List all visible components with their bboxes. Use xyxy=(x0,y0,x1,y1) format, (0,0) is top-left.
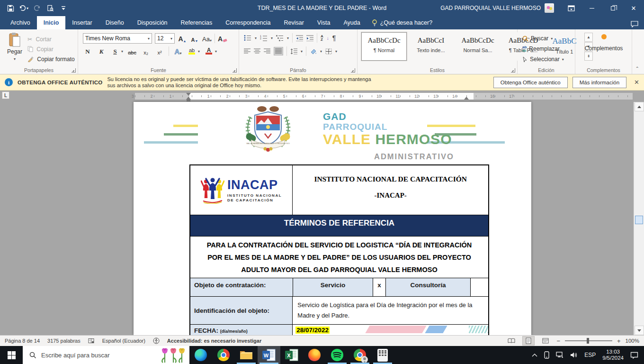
word-count[interactable]: 3175 palabras xyxy=(47,338,80,344)
borders-button[interactable] xyxy=(325,48,332,55)
zoom-slider-thumb[interactable] xyxy=(587,338,589,344)
text-effects-button[interactable]: A▾ xyxy=(173,46,183,56)
styles-dialog-launcher-icon[interactable] xyxy=(511,68,515,73)
taskbar-file-explorer[interactable] xyxy=(235,346,258,364)
caret-down-icon[interactable]: ▾ xyxy=(335,49,337,54)
sort-button[interactable]: AZ xyxy=(321,35,323,41)
tab-vista[interactable]: Vista xyxy=(311,16,337,29)
style-texto-independiente[interactable]: AaBbCcITexto inde... xyxy=(408,32,454,61)
collapse-ribbon-icon[interactable]: ⌃ xyxy=(635,66,639,71)
subscript-button[interactable]: x₂ xyxy=(141,46,151,56)
zoom-out-button[interactable]: − xyxy=(556,337,560,345)
shrink-font-button[interactable]: A▼ xyxy=(190,34,199,43)
align-center-button[interactable] xyxy=(254,48,260,54)
tell-me-box[interactable]: ¿Qué desea hacer? xyxy=(367,16,438,29)
volume-icon[interactable] xyxy=(570,352,578,358)
print-preview-icon[interactable] xyxy=(45,2,56,14)
bold-button[interactable]: N xyxy=(83,46,92,56)
increase-indent-button[interactable] xyxy=(306,35,313,41)
taskbar-chrome-profile[interactable] xyxy=(349,346,371,364)
first-line-indent-marker[interactable] xyxy=(186,93,191,96)
tab-correspondencia[interactable]: Correspondencia xyxy=(219,16,277,29)
tab-ayuda[interactable]: Ayuda xyxy=(337,16,367,29)
addins-button[interactable]: Complementos xyxy=(575,34,632,52)
right-indent-marker[interactable] xyxy=(464,97,469,100)
caret-down-icon[interactable]: ▾ xyxy=(121,49,123,54)
horizontal-ruler[interactable]: 3 2 1 1 2 3 4 5 6 7 8 9 10 11 12 13 14 1… xyxy=(135,93,633,100)
tab-revisar[interactable]: Revisar xyxy=(277,16,310,29)
tab-archivo[interactable]: Archivo xyxy=(4,16,37,29)
print-layout-icon[interactable] xyxy=(522,336,535,346)
zoom-percentage[interactable]: 100% xyxy=(626,338,639,344)
caret-down-icon[interactable]: ▾ xyxy=(271,36,273,40)
scroll-up-icon[interactable] xyxy=(635,102,644,111)
bullet-list-button[interactable] xyxy=(244,35,251,41)
italic-button[interactable]: K xyxy=(97,46,106,56)
taskbar-search-box[interactable]: Escribe aquí para buscar xyxy=(23,346,189,364)
taskbar-edge[interactable] xyxy=(189,346,212,364)
caret-down-icon[interactable]: ▾ xyxy=(320,49,322,54)
taskbar-word[interactable]: W xyxy=(258,346,280,364)
decrease-indent-button[interactable] xyxy=(296,35,303,41)
vertical-scrollbar[interactable] xyxy=(634,102,644,335)
language-indicator[interactable]: Español (Ecuador) xyxy=(102,338,145,344)
customize-qat-icon[interactable] xyxy=(58,2,69,14)
taskbar-chrome[interactable] xyxy=(212,346,235,364)
change-case-button[interactable]: Aa▾ xyxy=(202,34,212,43)
taskbar-firefox[interactable] xyxy=(303,346,326,364)
strikethrough-button[interactable]: abc xyxy=(127,46,137,56)
tab-diseno[interactable]: Diseño xyxy=(99,16,131,29)
language-switcher[interactable]: ESP xyxy=(584,352,596,358)
caret-down-icon[interactable]: ▾ xyxy=(198,49,200,54)
font-name-combo[interactable]: Times New Roma▾ xyxy=(83,33,152,44)
zoom-in-button[interactable]: + xyxy=(617,337,621,345)
taskbar-excel[interactable]: X xyxy=(280,346,303,364)
caret-down-icon[interactable]: ▾ xyxy=(255,36,257,40)
document-page[interactable]: VALLE HERMOSO TURÍSTICO Y PRODUCTIVO GAD… xyxy=(134,102,531,335)
ribbon-display-options-icon[interactable] xyxy=(561,0,581,16)
shading-button[interactable] xyxy=(310,48,317,55)
multilevel-list-button[interactable] xyxy=(276,35,284,41)
tab-disposicion[interactable]: Disposición xyxy=(131,16,174,29)
more-info-button[interactable]: Más información xyxy=(572,77,626,88)
web-layout-icon[interactable] xyxy=(539,336,552,346)
paste-button[interactable]: Pegar ▾ xyxy=(4,32,26,62)
your-phone-icon[interactable] xyxy=(544,351,549,359)
numbered-list-button[interactable]: 12 xyxy=(260,35,268,41)
network-icon[interactable] xyxy=(556,352,564,358)
notice-close-icon[interactable]: ✕ xyxy=(634,79,639,86)
clipboard-dialog-launcher-icon[interactable] xyxy=(72,68,76,73)
format-painter-button[interactable]: Copiar formato xyxy=(27,54,75,64)
underline-button[interactable]: S xyxy=(110,46,120,56)
find-button[interactable]: Buscar▾ xyxy=(522,33,564,44)
restore-button[interactable] xyxy=(602,0,623,16)
caret-down-icon[interactable]: ▾ xyxy=(287,36,289,40)
clear-formatting-button[interactable]: A xyxy=(218,34,227,43)
align-right-button[interactable] xyxy=(264,48,270,54)
minimize-button[interactable] xyxy=(581,0,602,16)
tab-referencias[interactable]: Referencias xyxy=(174,16,219,29)
line-spacing-button[interactable] xyxy=(290,48,297,55)
caret-down-icon[interactable]: ▾ xyxy=(301,49,303,54)
save-icon[interactable] xyxy=(5,2,16,14)
taskbar-calculator[interactable] xyxy=(371,346,394,364)
tab-insertar[interactable]: Insertar xyxy=(65,16,98,29)
start-button[interactable] xyxy=(0,346,23,364)
account-name[interactable]: GAD PARROQUIAL VALLE HERMOSO xyxy=(440,5,541,11)
pilcrow-button[interactable]: ¶ xyxy=(332,34,336,42)
font-dialog-launcher-icon[interactable] xyxy=(233,68,237,73)
left-margin-marker[interactable] xyxy=(187,100,190,101)
read-mode-icon[interactable] xyxy=(505,336,518,346)
tab-inicio[interactable]: Inicio xyxy=(37,16,66,29)
proofing-icon[interactable] xyxy=(88,338,95,344)
taskbar-spotify[interactable] xyxy=(326,346,349,364)
select-button[interactable]: Seleccionar▾ xyxy=(522,54,564,64)
accessibility-icon[interactable] xyxy=(153,337,160,344)
grow-font-button[interactable]: A▲ xyxy=(178,34,187,43)
action-center-icon[interactable] xyxy=(630,352,638,359)
scroll-down-icon[interactable] xyxy=(635,326,644,335)
style-normal-sa[interactable]: AaBbCcDcNormal Sa... xyxy=(455,32,501,61)
clock[interactable]: 13:039/5/2024 xyxy=(602,349,624,361)
tab-selector[interactable]: L xyxy=(2,91,9,99)
justify-button[interactable] xyxy=(274,47,283,55)
